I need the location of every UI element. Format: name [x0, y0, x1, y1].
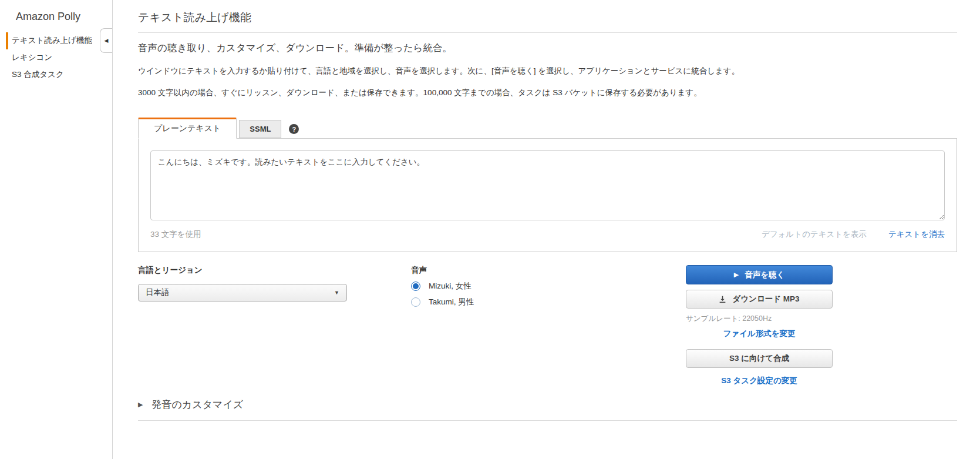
voice-label: 音声 — [411, 265, 474, 276]
editor-footer: 33 文字を使用 デフォルトのテキストを表示 テキストを消去 — [150, 229, 945, 240]
sidebar-collapse-button[interactable]: ◀ — [100, 28, 112, 53]
tab-plain-text[interactable]: プレーンテキスト — [138, 118, 237, 139]
synthesize-to-s3-button[interactable]: S3 に向けて合成 — [686, 349, 833, 368]
download-icon — [719, 296, 726, 303]
voice-section: 音声 Mizuki, 女性 Takumi, 男性 — [411, 265, 474, 307]
tab-label: プレーンテキスト — [154, 123, 221, 133]
sidebar-item-label: テキスト読み上げ機能 — [12, 36, 92, 45]
pronunciation-customize-expander[interactable]: ▶ 発音のカスタマイズ — [138, 398, 957, 421]
actions-section: ▶ 音声を聴く ダウンロード MP3 サンプルレート: 22050Hz ファイル… — [686, 265, 833, 386]
sidebar-item-text-to-speech[interactable]: テキスト読み上げ機能 — [6, 32, 112, 49]
show-default-text-link[interactable]: デフォルトのテキストを表示 — [762, 229, 867, 240]
help-icon[interactable]: ? — [289, 124, 299, 134]
voice-option-takumi[interactable]: Takumi, 男性 — [411, 297, 474, 307]
voice-option-mizuki[interactable]: Mizuki, 女性 — [411, 281, 474, 292]
question-mark-glyph: ? — [292, 126, 297, 133]
play-icon: ▶ — [734, 272, 739, 278]
listen-button[interactable]: ▶ 音声を聴く — [686, 265, 833, 284]
tab-label: SSML — [250, 125, 271, 133]
speech-text-input[interactable]: こんにちは、ミズキです。読みたいテキストをここに入力してください。 — [150, 150, 945, 220]
language-select[interactable]: 日本語 ▼ — [138, 284, 347, 301]
voice-option-label: Mizuki, 女性 — [429, 281, 472, 292]
editor-footer-links: デフォルトのテキストを表示 テキストを消去 — [762, 229, 945, 240]
download-button-label: ダウンロード MP3 — [732, 294, 799, 304]
download-mp3-button[interactable]: ダウンロード MP3 — [686, 290, 833, 309]
sidebar-item-label: S3 合成タスク — [12, 70, 64, 79]
page-subtitle: 音声の聴き取り、カスタマイズ、ダウンロード。準備が整ったら統合。 — [138, 42, 957, 55]
language-label: 言語とリージョン — [138, 265, 347, 276]
editor-tab-bar: プレーンテキスト SSML ? — [138, 118, 957, 138]
expander-label: 発音のカスタマイズ — [151, 398, 243, 411]
sidebar: Amazon Polly テキスト読み上げ機能 レキシコン S3 合成タスク ◀ — [0, 0, 113, 459]
language-selected-value: 日本語 — [146, 287, 170, 298]
description-line-1: ウインドウにテキストを入力するか貼り付けて、言語と地域を選択し、音声を選択します… — [138, 66, 957, 76]
description-line-2: 3000 文字以内の場合、すぐにリッスン、ダウンロード、または保存できます。10… — [138, 88, 957, 98]
tab-ssml[interactable]: SSML — [239, 120, 281, 138]
radio-unselected-icon[interactable] — [411, 297, 420, 307]
sidebar-item-s3-synthesis-tasks[interactable]: S3 合成タスク — [6, 66, 112, 83]
main-content: テキスト読み上げ機能 音声の聴き取り、カスタマイズ、ダウンロード。準備が整ったら… — [113, 0, 980, 421]
s3-task-settings-link[interactable]: S3 タスク設定の変更 — [686, 376, 833, 386]
synthesize-button-label: S3 に向けて合成 — [729, 353, 789, 364]
voice-option-label: Takumi, 男性 — [429, 297, 474, 307]
editor-panel: こんにちは、ミズキです。読みたいテキストをここに入力してください。 33 文字を… — [138, 138, 957, 252]
sidebar-item-label: レキシコン — [12, 53, 52, 62]
collapse-left-icon: ◀ — [105, 38, 109, 43]
character-count: 33 文字を使用 — [150, 229, 201, 240]
chevron-right-icon: ▶ — [138, 401, 143, 408]
page-title: テキスト読み上げ機能 — [138, 10, 957, 25]
clear-text-link[interactable]: テキストを消去 — [888, 229, 945, 240]
listen-button-label: 音声を聴く — [745, 270, 784, 280]
radio-selected-icon[interactable] — [411, 282, 420, 291]
sample-rate-text: サンプルレート: 22050Hz — [686, 314, 833, 324]
controls-row: 言語とリージョン 日本語 ▼ 音声 Mizuki, 女性 Takumi, 男性 … — [138, 265, 957, 380]
change-file-format-link[interactable]: ファイル形式を変更 — [686, 329, 833, 339]
sidebar-item-lexicons[interactable]: レキシコン — [6, 49, 112, 66]
language-section: 言語とリージョン 日本語 ▼ — [138, 265, 347, 301]
chevron-down-icon: ▼ — [334, 290, 339, 296]
app-title: Amazon Polly — [16, 11, 112, 23]
title-divider — [138, 32, 957, 33]
